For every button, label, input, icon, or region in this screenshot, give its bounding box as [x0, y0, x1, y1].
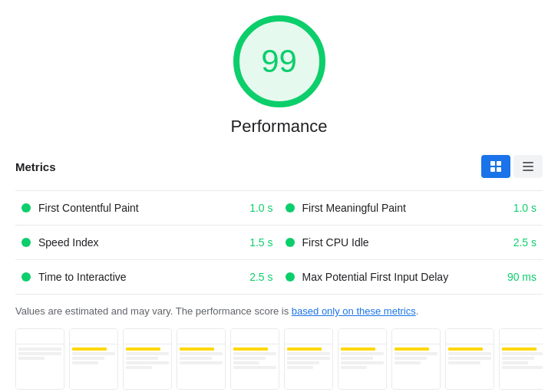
- filmstrip-frame: [177, 328, 226, 390]
- metric-name: First Meaningful Paint: [302, 202, 507, 214]
- frame-line: [233, 352, 276, 355]
- frame-line: [395, 357, 427, 360]
- frame-line: [502, 366, 543, 369]
- score-circle: 99: [233, 15, 325, 107]
- frame-top: [231, 329, 279, 344]
- metric-speed-index: Speed Index 1.5 s: [15, 226, 279, 260]
- frame-line: [18, 352, 61, 355]
- grid-icon: [489, 160, 503, 173]
- metric-name: First CPU Idle: [302, 236, 507, 249]
- frame-lines: [338, 344, 386, 389]
- frame-top: [500, 329, 543, 344]
- frame-line: [341, 361, 384, 364]
- metric-value: 1.5 s: [249, 236, 272, 249]
- metric-max-potential-fid: Max Potential First Input Delay 90 ms: [279, 260, 543, 295]
- metrics-title: Metrics: [15, 160, 56, 173]
- metric-dot: [21, 203, 31, 212]
- frame-line: [287, 352, 330, 355]
- frame-lines: [177, 344, 225, 389]
- frame-line: [180, 348, 214, 351]
- score-value: 99: [261, 43, 297, 80]
- metric-time-to-interactive: Time to Interactive 2.5 s: [15, 260, 279, 295]
- disclaimer-text-before: Values are estimated and may vary. The p…: [15, 305, 292, 317]
- score-section: 99 Performance: [15, 15, 543, 137]
- frame-line: [287, 357, 330, 360]
- frame-line: [72, 361, 98, 364]
- frame-top: [70, 329, 117, 344]
- frame-line: [72, 357, 104, 360]
- frame-line: [341, 357, 373, 360]
- frame-top: [392, 329, 440, 344]
- metric-dot: [286, 238, 295, 247]
- frame-line: [126, 352, 169, 355]
- filmstrip-frame: [499, 328, 543, 390]
- frame-line: [502, 352, 543, 355]
- metric-name: First Contentful Paint: [38, 202, 243, 214]
- frame-top: [124, 329, 171, 344]
- frame-top: [446, 329, 494, 344]
- frame-line: [233, 357, 266, 360]
- frame-lines: [446, 344, 494, 389]
- frame-line: [126, 366, 152, 369]
- metric-dot: [21, 238, 31, 247]
- metric-first-cpu-idle: First CPU Idle 2.5 s: [279, 226, 543, 260]
- frame-top: [285, 329, 332, 344]
- metric-dot: [286, 272, 295, 282]
- frame-top: [16, 329, 64, 344]
- metric-value: 1.0 s: [513, 202, 537, 214]
- frame-line: [180, 357, 212, 360]
- metric-first-meaningful-paint: First Meaningful Paint 1.0 s: [279, 191, 543, 226]
- frame-line: [448, 352, 491, 355]
- metric-value: 1.0 s: [249, 202, 272, 214]
- frame-top: [338, 329, 386, 344]
- frame-lines: [392, 344, 440, 389]
- frame-line: [502, 361, 528, 364]
- frame-line: [180, 352, 223, 355]
- metric-value: 90 ms: [507, 271, 537, 283]
- frame-lines: [70, 344, 117, 389]
- frame-line: [18, 357, 45, 360]
- metrics-header: Metrics: [15, 149, 543, 184]
- filmstrip: [15, 328, 543, 390]
- metric-value: 2.5 s: [513, 236, 537, 249]
- metric-name: Speed Index: [38, 236, 243, 249]
- frame-line: [502, 348, 537, 351]
- frame-line: [287, 361, 319, 364]
- filmstrip-frame: [123, 328, 172, 390]
- frame-line: [287, 366, 313, 369]
- frame-lines: [124, 344, 171, 389]
- disclaimer-link[interactable]: based only on these metrics: [292, 305, 416, 317]
- disclaimer-text-after: .: [416, 305, 419, 317]
- grid-view-button[interactable]: [481, 155, 510, 178]
- frame-line: [126, 348, 160, 351]
- frame-line: [18, 348, 61, 351]
- frame-line: [341, 348, 375, 351]
- filmstrip-frame: [445, 328, 494, 390]
- frame-line: [126, 357, 158, 360]
- metric-name: Time to Interactive: [38, 271, 243, 283]
- frame-line: [395, 361, 421, 364]
- metric-value: 2.5 s: [249, 271, 272, 283]
- frame-line: [448, 357, 491, 360]
- frame-line: [233, 366, 276, 369]
- filmstrip-frame: [284, 328, 333, 390]
- metrics-grid: First Contentful Paint 1.0 s First Meani…: [15, 190, 543, 295]
- frame-line: [233, 348, 268, 351]
- frame-lines: [285, 344, 332, 389]
- metric-name: Max Potential First Input Delay: [302, 271, 501, 283]
- view-toggle: [481, 155, 543, 178]
- list-icon: [521, 160, 535, 173]
- frame-line: [502, 357, 534, 360]
- metric-dot: [21, 272, 31, 282]
- frame-line: [126, 361, 169, 364]
- frame-top: [177, 329, 225, 344]
- list-view-button[interactable]: [513, 155, 543, 178]
- frame-lines: [231, 344, 279, 389]
- frame-line: [395, 348, 429, 351]
- filmstrip-frame: [69, 328, 118, 390]
- frame-line: [180, 361, 223, 364]
- frame-line: [341, 352, 384, 355]
- filmstrip-frame: [338, 328, 387, 390]
- frame-lines: [16, 344, 64, 389]
- frame-line: [341, 366, 367, 369]
